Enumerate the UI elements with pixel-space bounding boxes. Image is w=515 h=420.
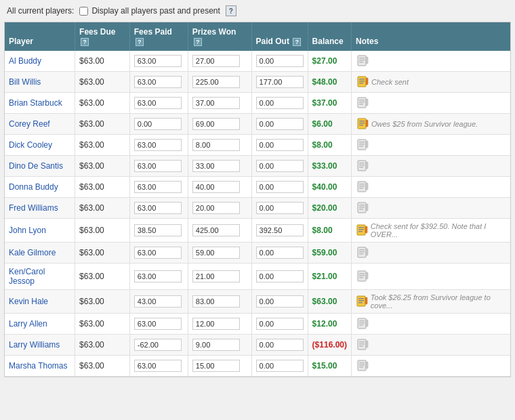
- svg-rect-1: [359, 58, 365, 59]
- fees-paid-input[interactable]: [134, 139, 182, 151]
- fees-due-cell: $63.00: [75, 72, 130, 93]
- svg-rect-58: [358, 302, 363, 303]
- paid-out-input[interactable]: [256, 360, 304, 372]
- prizes-won-input[interactable]: [192, 270, 240, 282]
- fees-paid-help-icon[interactable]: ?: [136, 38, 144, 46]
- table-row: Marsha Thomas$63.00$15.00: [5, 356, 510, 377]
- paid-out-input[interactable]: [256, 270, 304, 282]
- svg-rect-64: [366, 320, 368, 327]
- fees-paid-cell: [129, 356, 188, 377]
- fees-paid-input[interactable]: [134, 181, 182, 193]
- fees-due-cell: $63.00: [75, 93, 130, 114]
- note-icon[interactable]: [356, 270, 369, 283]
- prizes-won-input[interactable]: [192, 76, 240, 88]
- player-name-link[interactable]: Bill Willis: [9, 77, 41, 87]
- display-all-label[interactable]: Display all players past and present: [79, 6, 220, 16]
- svg-rect-61: [359, 320, 365, 322]
- note-icon[interactable]: [356, 75, 369, 89]
- paid-out-help-icon[interactable]: ?: [293, 38, 301, 46]
- note-icon[interactable]: [356, 359, 369, 373]
- svg-rect-42: [358, 229, 364, 230]
- note-icon[interactable]: [356, 201, 369, 215]
- prizes-won-input[interactable]: [192, 247, 240, 259]
- prizes-won-input[interactable]: [192, 97, 240, 109]
- fees-paid-input[interactable]: [134, 360, 182, 372]
- paid-out-input[interactable]: [256, 224, 304, 236]
- prizes-won-input[interactable]: [192, 181, 240, 193]
- note-icon[interactable]: [356, 159, 369, 173]
- fees-paid-input[interactable]: [134, 270, 182, 282]
- fees-paid-input[interactable]: [134, 55, 182, 67]
- note-text: Check sent for $392.50. Note that I OVER…: [371, 222, 506, 238]
- prizes-won-input[interactable]: [192, 360, 240, 372]
- note-icon[interactable]: [356, 295, 369, 308]
- player-name-link[interactable]: Al Buddy: [9, 56, 41, 66]
- fees-paid-input[interactable]: [134, 224, 182, 236]
- paid-out-input[interactable]: [256, 202, 304, 214]
- fees-paid-input[interactable]: [134, 339, 182, 351]
- paid-out-input[interactable]: [256, 97, 304, 109]
- svg-rect-13: [359, 104, 363, 105]
- player-name-link[interactable]: Brian Starbuck: [9, 98, 62, 108]
- paid-out-input[interactable]: [256, 295, 304, 308]
- note-icon[interactable]: [356, 180, 369, 194]
- player-name-link[interactable]: Ken/Carol Jessop: [9, 267, 45, 286]
- note-icon[interactable]: [356, 338, 369, 352]
- player-name-link[interactable]: Kevin Hale: [9, 297, 48, 306]
- fees-paid-input[interactable]: [134, 160, 182, 172]
- prizes-won-input[interactable]: [192, 55, 240, 67]
- paid-out-input[interactable]: [256, 118, 304, 130]
- paid-out-input[interactable]: [256, 160, 304, 172]
- player-name-link[interactable]: Marsha Thomas: [9, 361, 67, 371]
- topbar-help-icon[interactable]: ?: [226, 5, 236, 16]
- player-name-link[interactable]: Kale Gilmore: [9, 248, 56, 257]
- display-all-checkbox[interactable]: [79, 7, 88, 16]
- table-row: Kale Gilmore$63.00$59.00: [5, 243, 510, 264]
- prizes-won-input[interactable]: [192, 339, 240, 351]
- player-name-link[interactable]: Donna Buddy: [9, 182, 58, 192]
- svg-rect-7: [359, 81, 365, 82]
- player-name-link[interactable]: Dino De Santis: [9, 161, 63, 171]
- note-icon[interactable]: [356, 138, 369, 152]
- paid-out-input[interactable]: [256, 139, 304, 151]
- note-icon[interactable]: [356, 317, 369, 331]
- paid-out-input[interactable]: [256, 247, 304, 259]
- fees-paid-input[interactable]: [134, 118, 182, 130]
- prizes-won-input[interactable]: [192, 295, 240, 308]
- prizes-won-input[interactable]: [192, 318, 240, 330]
- player-name-link[interactable]: Larry Williams: [9, 340, 60, 350]
- balance-cell: $27.00: [308, 51, 351, 72]
- prizes-won-input[interactable]: [192, 202, 240, 214]
- fees-paid-input[interactable]: [134, 318, 182, 330]
- prizes-won-cell: [188, 290, 251, 314]
- fees-paid-input[interactable]: [134, 97, 182, 109]
- prizes-won-input[interactable]: [192, 224, 240, 236]
- prizes-won-input[interactable]: [192, 118, 240, 130]
- paid-out-input[interactable]: [256, 55, 304, 67]
- prizes-won-help-icon[interactable]: ?: [194, 38, 202, 46]
- prizes-won-input[interactable]: [192, 160, 240, 172]
- player-name-link[interactable]: Larry Allen: [9, 319, 47, 329]
- player-name-link[interactable]: Corey Reef: [9, 119, 50, 129]
- paid-out-input[interactable]: [256, 318, 304, 330]
- note-icon[interactable]: [356, 224, 369, 237]
- fees-paid-input[interactable]: [134, 202, 182, 214]
- player-name-link[interactable]: Dick Cooley: [9, 140, 52, 150]
- fees-paid-input[interactable]: [134, 247, 182, 259]
- note-icon[interactable]: [356, 96, 369, 110]
- player-name-link[interactable]: John Lyon: [9, 226, 46, 235]
- paid-out-cell: [251, 135, 308, 156]
- prizes-won-input[interactable]: [192, 139, 240, 151]
- paid-out-input[interactable]: [256, 339, 304, 351]
- fees-paid-input[interactable]: [134, 295, 182, 308]
- note-icon[interactable]: [356, 54, 369, 68]
- table-row: Kevin Hale$63.00$63.00 Took $26.25 from …: [5, 290, 510, 314]
- fees-due-help-icon[interactable]: ?: [81, 38, 89, 46]
- note-icon[interactable]: [356, 117, 369, 131]
- paid-out-cell: [251, 290, 308, 314]
- paid-out-input[interactable]: [256, 76, 304, 88]
- note-icon[interactable]: [356, 246, 369, 259]
- paid-out-input[interactable]: [256, 181, 304, 193]
- fees-paid-input[interactable]: [134, 76, 182, 88]
- player-name-link[interactable]: Fred Williams: [9, 203, 58, 213]
